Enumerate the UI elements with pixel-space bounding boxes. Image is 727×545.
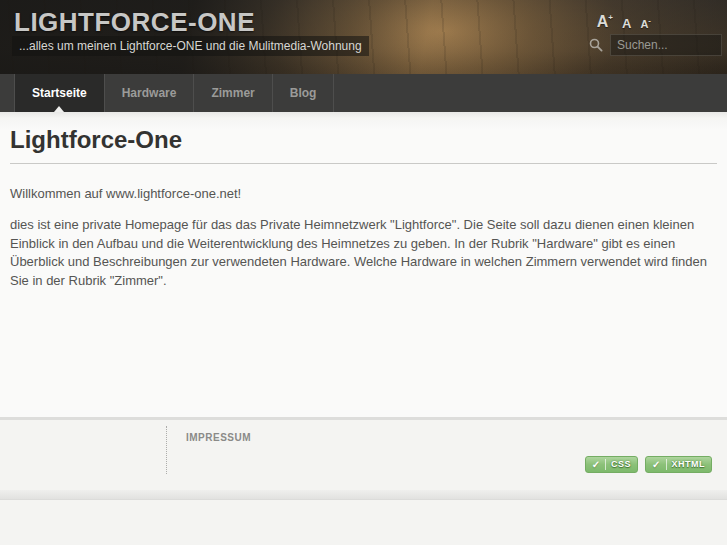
welcome-text: Willkommen auf www.lightforce-one.net! bbox=[10, 186, 717, 201]
font-size-normal-button[interactable]: A bbox=[622, 15, 631, 30]
nav-item-zimmer[interactable]: Zimmer bbox=[194, 74, 272, 112]
search-icon[interactable] bbox=[589, 38, 603, 52]
badge-separator bbox=[666, 459, 667, 470]
font-size-normal-label: A bbox=[622, 16, 631, 31]
site-footer: IMPRESSUM ✓ CSS ✓ XHTML bbox=[0, 417, 727, 490]
page-bottom-area bbox=[0, 500, 727, 544]
css-badge-label: CSS bbox=[611, 460, 631, 469]
description-text: dies ist eine private Homepage für das d… bbox=[10, 216, 717, 290]
site-tagline: ...alles um meinen Lightforce-ONE und di… bbox=[12, 36, 369, 56]
xhtml-valid-badge[interactable]: ✓ XHTML bbox=[645, 456, 712, 473]
site-title[interactable]: LIGHTFORCE-ONE bbox=[14, 7, 255, 38]
heading-divider bbox=[10, 163, 717, 164]
footer-bottom-strip bbox=[0, 490, 727, 500]
site-header: LIGHTFORCE-ONE ...alles um meinen Lightf… bbox=[0, 0, 727, 112]
minus-icon: - bbox=[648, 16, 651, 25]
checkmark-icon: ✓ bbox=[592, 460, 600, 470]
nav-item-hardware[interactable]: Hardware bbox=[105, 74, 195, 112]
main-content: Lightforce-One Willkommen auf www.lightf… bbox=[0, 112, 727, 417]
page: LIGHTFORCE-ONE ...alles um meinen Lightf… bbox=[0, 0, 727, 545]
validation-badges: ✓ CSS ✓ XHTML bbox=[585, 456, 712, 473]
badge-separator bbox=[605, 459, 606, 470]
xhtml-badge-label: XHTML bbox=[672, 460, 706, 469]
font-size-decrease-button[interactable]: A- bbox=[640, 17, 651, 30]
font-size-controls: A+ A A- bbox=[597, 14, 651, 30]
css-valid-badge[interactable]: ✓ CSS bbox=[585, 456, 638, 473]
impressum-link[interactable]: IMPRESSUM bbox=[186, 432, 251, 443]
font-size-increase-label: A bbox=[597, 13, 609, 30]
search-area bbox=[589, 34, 722, 56]
main-navigation: Startseite Hardware Zimmer Blog bbox=[0, 74, 727, 112]
footer-dotted-divider bbox=[166, 426, 167, 474]
search-input[interactable] bbox=[610, 34, 722, 56]
plus-icon: + bbox=[608, 13, 613, 22]
checkmark-icon: ✓ bbox=[652, 460, 660, 470]
page-title: Lightforce-One bbox=[10, 112, 717, 154]
nav-item-startseite[interactable]: Startseite bbox=[14, 74, 105, 112]
nav-item-blog[interactable]: Blog bbox=[273, 74, 335, 112]
font-size-increase-button[interactable]: A+ bbox=[597, 14, 613, 30]
